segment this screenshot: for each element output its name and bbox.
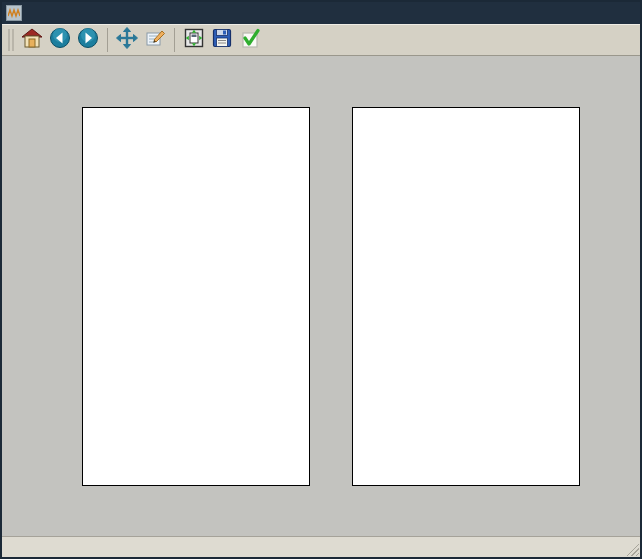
pan-button[interactable] — [113, 26, 141, 54]
toolbar-separator — [174, 28, 175, 52]
toolbar-separator — [107, 28, 108, 52]
navigation-toolbar — [2, 24, 640, 56]
app-waveform-icon — [6, 5, 22, 21]
home-button[interactable] — [18, 26, 46, 54]
shade-button[interactable] — [550, 5, 568, 21]
edit-button[interactable] — [141, 26, 169, 54]
figure-window — [0, 0, 642, 559]
forward-icon — [77, 27, 99, 53]
back-button[interactable] — [46, 26, 74, 54]
status-bar — [2, 536, 640, 557]
back-icon — [49, 27, 71, 53]
toolbar-grip[interactable] — [8, 29, 14, 51]
save-icon — [211, 27, 233, 53]
forward-button[interactable] — [74, 26, 102, 54]
1d-integration-plot[interactable] — [82, 107, 310, 486]
home-icon — [21, 27, 43, 53]
pan-icon — [116, 27, 138, 53]
close-button[interactable] — [616, 5, 634, 21]
2d-regrouping-plot[interactable] — [352, 107, 580, 486]
subplots-icon — [183, 27, 205, 53]
apply-button[interactable] — [236, 26, 264, 54]
resize-grip[interactable] — [625, 542, 639, 556]
maximize-button[interactable] — [594, 5, 612, 21]
save-button[interactable] — [208, 26, 236, 54]
subplots-button[interactable] — [180, 26, 208, 54]
figure-canvas[interactable] — [2, 56, 640, 536]
edit-icon — [144, 27, 166, 53]
titlebar[interactable] — [2, 2, 640, 24]
minimize-button[interactable] — [572, 5, 590, 21]
apply-check-icon — [239, 27, 261, 53]
